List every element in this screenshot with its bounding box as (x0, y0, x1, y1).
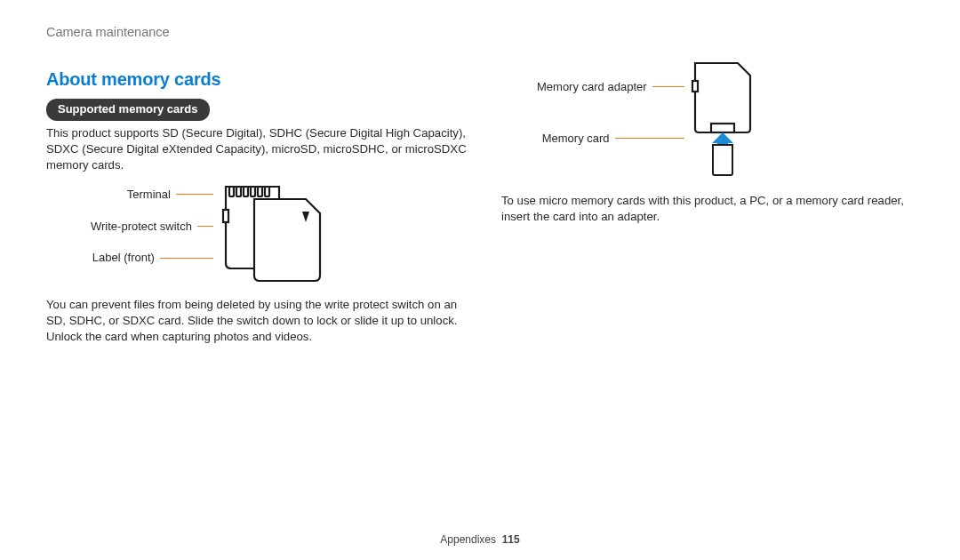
label-terminal: Terminal (127, 187, 171, 203)
svg-rect-7 (711, 124, 734, 132)
label-write-protect: Write-protect switch (91, 219, 192, 235)
left-column: Supported memory cards This product supp… (46, 99, 471, 352)
label-adapter: Memory card adapter (537, 79, 647, 95)
svg-rect-1 (236, 187, 241, 196)
write-protect-paragraph: You can prevent files from being deleted… (46, 297, 471, 346)
svg-rect-8 (692, 81, 698, 92)
svg-rect-3 (251, 187, 255, 196)
sd-card-diagram-row: Terminal Write-protect switch Label (fro… (91, 181, 471, 288)
footer-section: Appendixes (440, 533, 496, 546)
intro-paragraph: This product supports SD (Secure Digital… (46, 125, 471, 174)
svg-rect-0 (229, 187, 234, 196)
page-footer: Appendixes 115 (0, 533, 960, 546)
svg-rect-5 (265, 187, 269, 196)
adapter-diagram-row: Memory card adapter Memory card (537, 60, 926, 184)
label-memory-card: Memory card (542, 131, 610, 147)
label-front: Label (front) (92, 250, 155, 266)
right-column: Memory card adapter Memory card (501, 54, 926, 232)
page-header: Camera maintenance (46, 25, 914, 39)
svg-rect-4 (258, 187, 262, 196)
svg-rect-2 (244, 187, 248, 196)
sd-card-icon (217, 181, 332, 288)
adapter-paragraph: To use micro memory cards with this prod… (501, 193, 926, 225)
subsection-pill: Supported memory cards (46, 99, 210, 121)
svg-rect-6 (223, 210, 228, 222)
footer-page-number: 115 (502, 533, 520, 546)
memory-card-adapter-icon (688, 60, 759, 184)
